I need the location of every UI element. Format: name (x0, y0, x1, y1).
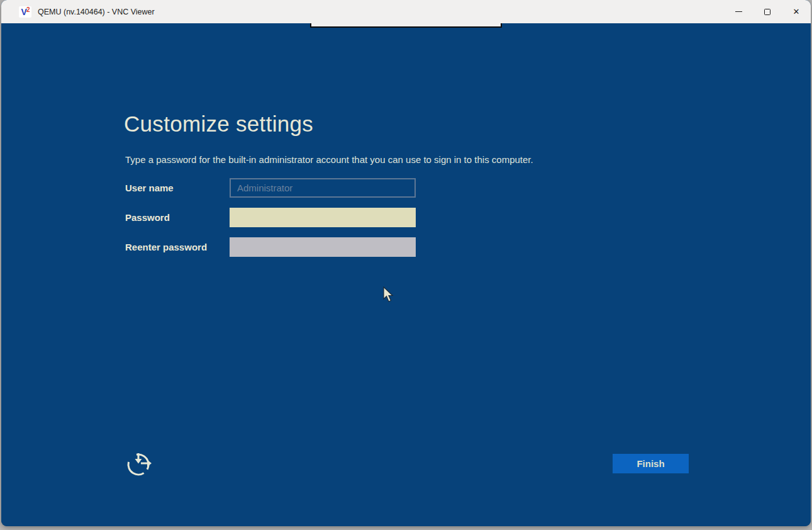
vnc-logo-icon: V 2 (19, 6, 31, 18)
remote-screen: Customize settings Type a password for t… (1, 23, 811, 526)
titlebar: V 2 QEMU (nv.140464) - VNC Viewer ✕ (1, 0, 811, 23)
window-title: QEMU (nv.140464) - VNC Viewer (38, 8, 155, 16)
username-label: User name (125, 178, 226, 197)
maximize-button[interactable] (753, 0, 782, 23)
finish-button[interactable]: Finish (613, 454, 689, 473)
password-input[interactable] (230, 208, 416, 227)
maximize-icon (764, 9, 770, 15)
minimize-button[interactable] (724, 0, 753, 23)
vnc-viewer-window: V 2 QEMU (nv.140464) - VNC Viewer ✕ Cust… (1, 0, 811, 526)
minimize-icon (735, 11, 742, 12)
username-input[interactable] (230, 178, 416, 198)
window-controls: ✕ (724, 0, 811, 23)
vnc-logo-2: 2 (26, 7, 30, 13)
vnc-logo-v: V (21, 8, 26, 16)
ease-of-access-button[interactable] (125, 448, 155, 478)
page-description: Type a password for the built-in adminis… (125, 154, 533, 165)
ease-of-access-icon (125, 448, 155, 478)
reenter-password-input[interactable] (230, 237, 416, 257)
password-label: Password (125, 208, 226, 227)
desktop-background: { "window": { "title": "QEMU (nv.140464)… (0, 0, 812, 530)
arrow-cursor-icon (383, 286, 394, 303)
vnc-toolbar-tab[interactable] (310, 23, 502, 28)
close-icon: ✕ (793, 8, 800, 16)
page-title: Customize settings (124, 111, 313, 137)
reenter-password-label: Reenter password (125, 237, 226, 256)
close-button[interactable]: ✕ (782, 0, 811, 23)
